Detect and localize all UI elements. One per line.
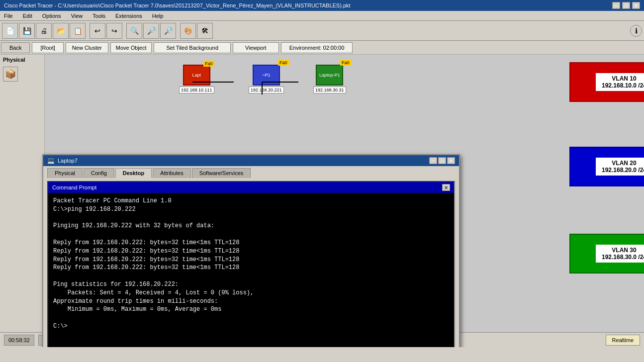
menu-edit[interactable]: Edit xyxy=(21,13,34,19)
zoom-out-button[interactable]: 🔎 xyxy=(143,23,159,39)
dialog-titlebar: 💻 Laptop7 − □ ✕ xyxy=(43,155,459,166)
fa0-label-red: Fa0 xyxy=(203,61,214,67)
cmd-body[interactable]: Packet Tracer PC Command Line 1.0 C:\>pi… xyxy=(48,193,454,347)
menu-tools[interactable]: Tools xyxy=(91,13,107,19)
left-panel: Physical 📦 xyxy=(0,55,45,347)
cmd-titlebar: Command Prompt ✕ xyxy=(48,182,454,193)
vlan-box-red: VLAN 10 192.168.10.0 /24 xyxy=(569,62,644,102)
vlan10-name: VLAN 10 xyxy=(602,75,644,82)
laptop-green-label: Laptop-P1 xyxy=(319,73,340,78)
laptop7-dialog: 💻 Laptop7 − □ ✕ Physical Config Desktop … xyxy=(42,154,460,347)
laptop-red-icon[interactable]: Fa0 Lapt xyxy=(183,65,210,86)
title-bar: Cisco Packet Tracer - C:\Users\usuario\C… xyxy=(0,0,644,11)
physical-label: Physical xyxy=(0,55,44,65)
cmd-close-button[interactable]: ✕ xyxy=(442,184,450,191)
new-cluster-button[interactable]: New Cluster xyxy=(66,42,108,53)
dialog-tabs: Physical Config Desktop Attributes Softw… xyxy=(43,166,459,178)
vlan30-label: VLAN 30 192.168.30.0 /24 xyxy=(596,245,644,263)
vlan20-label: VLAN 20 192.168.20.0 /24 xyxy=(596,158,644,176)
command-prompt-window: Command Prompt ✕ Packet Tracer PC Comman… xyxy=(47,181,455,347)
undo-button[interactable]: ↩ xyxy=(90,23,105,39)
menu-file[interactable]: File xyxy=(2,13,15,19)
cmd-title: Command Prompt xyxy=(52,184,96,190)
minimize-button[interactable]: − xyxy=(612,2,620,9)
dialog-content: Command Prompt ✕ Packet Tracer PC Comman… xyxy=(43,178,459,347)
dialog-laptop-icon: 💻 xyxy=(47,157,55,164)
maximize-button[interactable]: □ xyxy=(622,2,630,9)
print-button[interactable]: 🖨 xyxy=(36,23,52,39)
dialog-minimize-button[interactable]: − xyxy=(429,157,437,164)
nav-bar: Back [Root] New Cluster Move Object Set … xyxy=(0,41,644,55)
realtime-button[interactable]: Realtime xyxy=(606,335,640,346)
tab-attributes[interactable]: Attributes xyxy=(153,168,190,178)
laptop-blue-icon[interactable]: Fa0 ~P1 xyxy=(253,65,280,86)
ip-blue: 192.168.20.221 xyxy=(249,87,284,93)
laptop-blue-label: ~P1 xyxy=(262,73,270,78)
tiled-background-button[interactable]: Set Tiled Background xyxy=(154,42,231,53)
fa0-label-blue: Fa0 xyxy=(278,60,289,66)
vlan-box-green: VLAN 30 192.168.30.0 /24 xyxy=(569,234,644,273)
tools-button[interactable]: 🛠 xyxy=(197,23,213,39)
vlan10-label: VLAN 10 192.168.10.0 /24 xyxy=(596,73,644,91)
main-area: Physical 📦 Fa0 Lapt 192.168.10.111 Fa0 ~… xyxy=(0,55,644,347)
close-button[interactable]: ✕ xyxy=(632,2,640,9)
vlan-box-blue: VLAN 20 192.168.20.0 /24 xyxy=(569,147,644,186)
tab-config[interactable]: Config xyxy=(84,168,114,178)
fa0-label-green: Fa0 xyxy=(340,60,351,66)
device-laptop-green[interactable]: Fa0 Laptop-P1 192.168.30.31 xyxy=(313,65,346,93)
dialog-title: Laptop7 xyxy=(58,158,78,164)
dialog-titlebar-controls[interactable]: − □ ✕ xyxy=(429,157,455,164)
laptop-red-label: Lapt xyxy=(192,73,201,78)
menu-help[interactable]: Help xyxy=(150,13,166,19)
viewport-label: Viewport xyxy=(233,42,279,53)
color-button[interactable]: 🎨 xyxy=(180,23,196,39)
dialog-close-button[interactable]: ✕ xyxy=(447,157,455,164)
menu-view[interactable]: View xyxy=(69,13,85,19)
laptop-green-icon[interactable]: Fa0 Laptop-P1 xyxy=(316,65,343,86)
palette-icon[interactable]: 📦 xyxy=(3,67,18,82)
zoom-reset-button[interactable]: 🔎 xyxy=(160,23,176,39)
app-title: Cisco Packet Tracer - C:\Users\usuario\C… xyxy=(4,2,351,8)
clipboard-button[interactable]: 📋 xyxy=(70,23,86,39)
zoom-in-button[interactable]: 🔍 xyxy=(126,23,142,39)
title-bar-controls[interactable]: − □ ✕ xyxy=(612,2,640,9)
toolbar: 📄 💾 🖨 📂 📋 ↩ ↪ 🔍 🔎 🔎 🎨 🛠 ℹ xyxy=(0,21,644,41)
ip-red: 192.168.10.111 xyxy=(179,87,214,93)
device-laptop-blue[interactable]: Fa0 ~P1 192.168.20.221 xyxy=(249,65,284,93)
info-button[interactable]: ℹ xyxy=(630,25,642,37)
ip-green: 192.168.30.31 xyxy=(313,87,346,93)
menu-options[interactable]: Options xyxy=(40,13,63,19)
vlan20-subnet: 192.168.20.0 /24 xyxy=(602,167,644,174)
dialog-maximize-button[interactable]: □ xyxy=(438,157,446,164)
vlan30-name: VLAN 30 xyxy=(602,247,644,254)
menu-extensions[interactable]: Extensions xyxy=(113,13,144,19)
tab-desktop[interactable]: Desktop xyxy=(115,168,152,178)
save-button[interactable]: 💾 xyxy=(19,23,35,39)
tab-physical[interactable]: Physical xyxy=(47,168,83,178)
redo-button[interactable]: ↪ xyxy=(106,23,122,39)
vlan10-subnet: 192.168.10.0 /24 xyxy=(602,82,644,89)
environment-label: Environment: 02:00:00 xyxy=(281,42,353,53)
open-button[interactable]: 📂 xyxy=(53,23,69,39)
menu-bar: File Edit Options View Tools Extensions … xyxy=(0,11,644,21)
time-display: 00:58:32 xyxy=(4,335,34,346)
move-object-button[interactable]: Move Object xyxy=(110,42,152,53)
tab-software-services[interactable]: Software/Services xyxy=(192,168,251,178)
vlan20-name: VLAN 20 xyxy=(602,160,644,167)
back-button[interactable]: Back xyxy=(1,42,30,53)
device-laptop-red[interactable]: Fa0 Lapt 192.168.10.111 xyxy=(179,65,214,93)
vlan30-subnet: 192.168.30.0 /24 xyxy=(602,254,644,261)
root-label: [Root] xyxy=(32,42,63,53)
new-button[interactable]: 📄 xyxy=(2,23,18,39)
